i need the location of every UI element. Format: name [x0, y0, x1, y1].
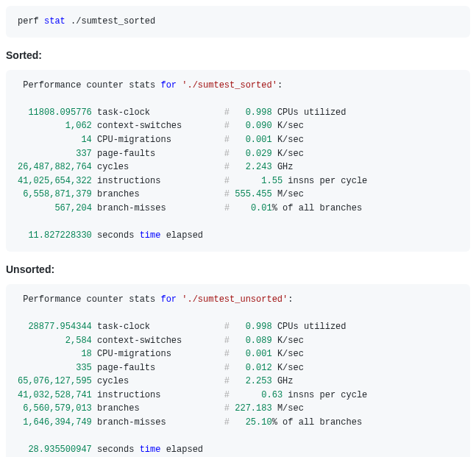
command-block: perf stat ./sumtest_sorted [6, 6, 470, 38]
sorted-rate-2: 0.001 [235, 135, 271, 145]
sorted-label-1: context-switches [97, 121, 224, 131]
sorted-rate-6: 555.455 [235, 189, 271, 199]
unsorted-rate-3: 0.012 [235, 363, 271, 373]
unsorted-hash-1: # [224, 336, 230, 346]
sorted-hash-5: # [224, 176, 230, 186]
unsorted-unit-0: CPUs utilized [277, 322, 347, 332]
unsorted-value-0: 28877.954344 [28, 322, 91, 332]
cmd-stat: stat [44, 16, 65, 26]
sorted-hash-4: # [224, 162, 230, 172]
unsorted-rate-0: 0.998 [235, 322, 271, 332]
sorted-hash-7: # [224, 203, 230, 213]
sorted-elapsed-kw: time [140, 230, 161, 241]
unsorted-label-1: context-switches [97, 336, 224, 346]
sorted-hash-6: # [224, 189, 230, 199]
unsorted-value-6: 6,560,579,013 [23, 403, 92, 414]
unsorted-value-7: 1,646,394,749 [23, 417, 92, 428]
sorted-unit-4: GHz [277, 162, 294, 172]
sorted-rate-3: 0.029 [235, 149, 271, 159]
unsorted-rate-5: 0.63 [235, 390, 283, 400]
sorted-value-7: 567,204 [54, 203, 91, 213]
sorted-label-3: page-faults [97, 149, 224, 159]
sorted-rate-0: 0.998 [235, 107, 271, 118]
unsorted-unit-2: K/sec [277, 349, 304, 359]
unsorted-label-7: branch-misses [97, 417, 224, 428]
sorted-unit-7: % of all branches [272, 203, 362, 213]
sorted-unit-6: M/sec [277, 189, 304, 199]
sorted-hash-3: # [224, 149, 230, 159]
unsorted-elapsed-kw: time [140, 444, 161, 455]
unsorted-unit-1: K/sec [277, 336, 304, 346]
unsorted-hash-3: # [224, 363, 230, 373]
unsorted-label-4: cycles [97, 376, 224, 386]
unsorted-unit-4: GHz [277, 376, 294, 386]
unsorted-hash-6: # [224, 403, 230, 414]
unsorted-hash-7: # [224, 417, 230, 428]
unsorted-unit-3: K/sec [277, 363, 304, 373]
unsorted-rate-1: 0.089 [235, 336, 271, 346]
cmd-perf: perf [18, 16, 39, 26]
sorted-unit-1: K/sec [277, 121, 304, 131]
sorted-unit-3: K/sec [277, 149, 304, 159]
sorted-rate-1: 0.090 [235, 121, 271, 131]
unsorted-hash-5: # [224, 390, 230, 400]
unsorted-hash-2: # [224, 349, 230, 359]
unsorted-output: Performance counter stats for './sumtest… [6, 284, 470, 457]
sorted-value-5: 41,025,654,322 [18, 176, 92, 186]
unsorted-label-0: task-clock [97, 322, 224, 332]
sorted-rate-5: 1.55 [235, 176, 283, 186]
sorted-value-6: 6,558,871,379 [23, 189, 92, 199]
sorted-label-2: CPU-migrations [97, 135, 224, 145]
unsorted-value-2: 18 [81, 349, 91, 359]
sorted-value-2: 14 [81, 135, 91, 145]
unsorted-hash-4: # [224, 376, 230, 386]
sorted-label-4: cycles [97, 162, 224, 172]
unsorted-value-4: 65,076,127,595 [18, 376, 92, 386]
sorted-unit-0: CPUs utilized [277, 107, 347, 118]
sorted-unit-2: K/sec [277, 135, 304, 145]
unsorted-rate-2: 0.001 [235, 349, 271, 359]
sorted-value-1: 1,062 [65, 121, 92, 131]
sorted-hash-0: # [224, 107, 230, 118]
unsorted-rate-7: 25.10 [235, 417, 271, 428]
sorted-rate-4: 2.243 [235, 162, 271, 172]
sorted-value-3: 337 [76, 149, 92, 159]
sorted-value-0: 11808.095776 [28, 107, 91, 118]
sorted-label-6: branches [97, 189, 224, 199]
sorted-value-4: 26,487,882,764 [18, 162, 92, 172]
unsorted-label-3: page-faults [97, 363, 224, 373]
sorted-hash-1: # [224, 121, 230, 131]
sorted-rate-7: 0.01 [235, 203, 271, 213]
unsorted-value-5: 41,032,528,741 [18, 390, 92, 400]
sorted-label-5: instructions [97, 176, 224, 186]
unsorted-unit-5: insns per cycle [288, 390, 367, 400]
unsorted-rate-4: 2.253 [235, 376, 271, 386]
sorted-hash-2: # [224, 135, 230, 145]
unsorted-unit-7: % of all branches [272, 417, 362, 428]
unsorted-value-3: 335 [76, 363, 92, 373]
unsorted-label-2: CPU-migrations [97, 349, 224, 359]
sorted-unit-5: insns per cycle [288, 176, 367, 186]
cmd-arg: ./sumtest_sorted [71, 16, 155, 26]
sorted-label-0: task-clock [97, 107, 224, 118]
unsorted-unit-6: M/sec [277, 403, 304, 414]
sorted-elapsed-value: 11.827228330 [28, 230, 91, 241]
unsorted-elapsed-value: 28.935500947 [28, 444, 91, 455]
unsorted-rate-6: 227.183 [235, 403, 271, 414]
sorted-output: Performance counter stats for './sumtest… [6, 70, 470, 252]
unsorted-label-6: branches [97, 403, 224, 414]
unsorted-heading: Unsorted: [6, 263, 470, 275]
sorted-label-7: branch-misses [97, 203, 224, 213]
unsorted-hash-0: # [224, 322, 230, 332]
sorted-heading: Sorted: [6, 49, 470, 61]
unsorted-value-1: 2,584 [65, 336, 92, 346]
unsorted-label-5: instructions [97, 390, 224, 400]
